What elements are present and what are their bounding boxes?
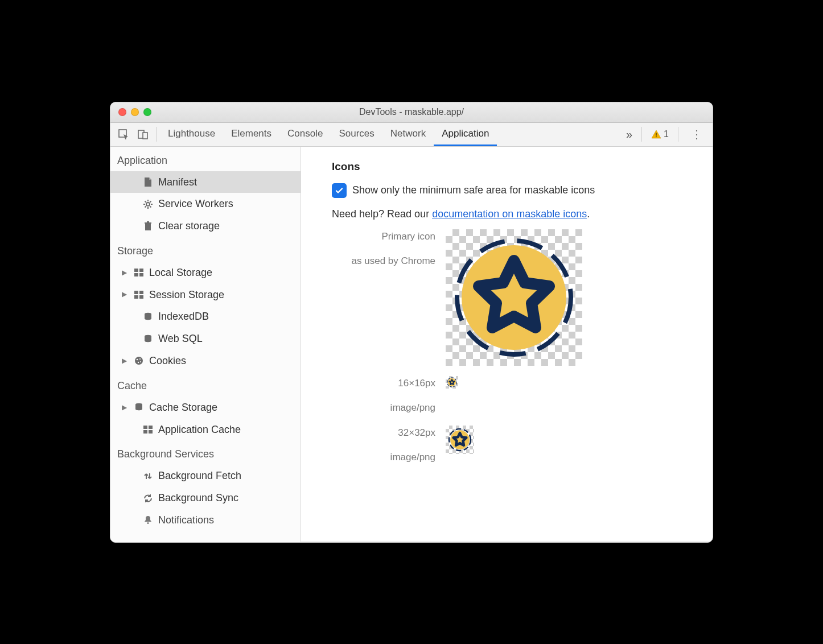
svg-rect-19 (134, 273, 138, 276)
svg-rect-15 (145, 222, 151, 224)
devtools-window: DevTools - maskable.app/ Lighthouse Elem… (110, 102, 713, 543)
tab-sources[interactable]: Sources (331, 123, 382, 146)
sidebar-item-label: Service Workers (158, 196, 233, 212)
svg-line-13 (150, 201, 151, 202)
chevron-right-icon[interactable]: ▶ (122, 356, 129, 366)
sidebar-item-label: Manifest (158, 174, 197, 191)
svg-rect-34 (149, 426, 153, 429)
svg-point-29 (139, 358, 141, 360)
sidebar-item-label: Notifications (158, 512, 214, 529)
svg-rect-17 (134, 269, 138, 272)
sidebar-item-label: Application Cache (158, 422, 241, 438)
sidebar-item-manifest[interactable]: Manifest (110, 171, 301, 193)
gear-icon (142, 199, 154, 209)
svg-point-37 (147, 522, 149, 524)
sidebar-item-cache-storage[interactable]: ▶ Cache Storage (110, 397, 301, 419)
svg-rect-35 (143, 430, 147, 434)
icon-size-label: 16×16px image/png (332, 376, 446, 415)
tab-lighthouse[interactable]: Lighthouse (160, 123, 223, 146)
svg-rect-21 (134, 291, 138, 294)
sidebar-item-clear-storage[interactable]: Clear storage (110, 215, 301, 237)
inspect-element-icon[interactable] (114, 126, 133, 143)
sidebar-item-cookies[interactable]: ▶ Cookies (110, 350, 301, 372)
primary-icon-label: Primary icon as used by Chrome (332, 229, 446, 269)
sidebar-item-web-sql[interactable]: Web SQL (110, 328, 301, 350)
grid-icon (133, 291, 145, 299)
window-title: DevTools - maskable.app/ (110, 107, 713, 117)
tab-application[interactable]: Application (434, 123, 497, 146)
tab-network[interactable]: Network (382, 123, 434, 146)
updown-arrows-icon (142, 471, 154, 481)
sidebar-item-service-workers[interactable]: Service Workers (110, 193, 301, 215)
devtools-tabstrip: Lighthouse Elements Console Sources Netw… (110, 123, 713, 147)
star-icon (448, 428, 472, 452)
sidebar-item-application-cache[interactable]: Application Cache (110, 419, 301, 441)
database-icon (133, 403, 145, 412)
sidebar-section-cache: Cache (110, 372, 301, 397)
svg-rect-14 (145, 224, 151, 230)
icon-preview-32 (446, 426, 474, 454)
sidebar-item-background-fetch[interactable]: Background Fetch (110, 465, 301, 487)
sidebar-item-indexeddb[interactable]: IndexedDB (110, 306, 301, 328)
svg-point-31 (140, 361, 141, 362)
primary-icon-preview (446, 229, 582, 366)
device-toolbar-icon[interactable] (133, 126, 153, 143)
tab-console[interactable]: Console (279, 123, 331, 146)
icon-row-32: 32×32px image/png (332, 426, 701, 465)
bell-icon (142, 515, 154, 525)
svg-line-11 (150, 206, 151, 207)
section-heading: Icons (332, 160, 701, 173)
svg-rect-23 (134, 295, 138, 299)
svg-line-12 (145, 206, 146, 207)
titlebar: DevTools - maskable.app/ (110, 102, 713, 123)
svg-rect-33 (143, 426, 147, 429)
icon-preview-16 (446, 376, 458, 389)
sync-icon (142, 493, 154, 503)
close-window-button[interactable] (118, 108, 126, 116)
minimize-window-button[interactable] (131, 108, 139, 116)
icon-row-16: 16×16px image/png (332, 376, 701, 415)
zoom-window-button[interactable] (143, 108, 151, 116)
application-sidebar[interactable]: Application Manifest Service Workers (110, 147, 301, 542)
chevron-right-icon[interactable]: ▶ (122, 402, 129, 413)
svg-point-28 (137, 359, 138, 361)
sidebar-item-label: Web SQL (158, 331, 203, 347)
warnings-indicator[interactable]: 1 (651, 129, 669, 139)
svg-line-10 (145, 201, 146, 202)
tabs-overflow-button[interactable]: » (626, 128, 632, 141)
sidebar-item-local-storage[interactable]: ▶ Local Storage (110, 262, 301, 284)
sidebar-item-label: IndexedDB (158, 308, 209, 325)
svg-rect-24 (139, 295, 143, 299)
sidebar-item-background-sync[interactable]: Background Sync (110, 487, 301, 509)
manifest-icons-panel: Icons Show only the minimum safe area fo… (301, 147, 713, 542)
sidebar-item-label: Clear storage (158, 218, 220, 234)
sidebar-item-notifications[interactable]: Notifications (110, 509, 301, 531)
sidebar-section-application: Application (110, 147, 301, 171)
documentation-link[interactable]: documentation on maskable icons (432, 208, 587, 220)
database-icon (142, 335, 154, 344)
chevron-right-icon[interactable]: ▶ (122, 289, 129, 300)
sidebar-item-label: Background Fetch (158, 468, 241, 484)
sidebar-item-label: Session Storage (149, 287, 224, 303)
sidebar-item-label: Cookies (149, 353, 186, 369)
warning-count: 1 (664, 129, 669, 139)
tab-elements[interactable]: Elements (223, 123, 279, 146)
svg-rect-22 (139, 291, 143, 294)
star-icon (447, 377, 457, 387)
toolbar-separator (678, 127, 678, 142)
chevron-right-icon[interactable]: ▶ (122, 267, 129, 278)
grid-icon (133, 269, 145, 276)
svg-rect-2 (143, 133, 147, 139)
primary-icon-row: Primary icon as used by Chrome (332, 229, 701, 366)
sidebar-section-storage: Storage (110, 237, 301, 262)
file-icon (142, 177, 154, 187)
svg-point-27 (135, 357, 143, 365)
settings-menu-button[interactable]: ⋮ (688, 127, 706, 141)
svg-rect-16 (147, 221, 149, 222)
sidebar-item-session-storage[interactable]: ▶ Session Storage (110, 284, 301, 306)
sidebar-section-background-services: Background Services (110, 440, 301, 465)
safe-area-checkbox[interactable] (332, 183, 347, 198)
sidebar-item-label: Background Sync (158, 490, 238, 506)
safe-area-option[interactable]: Show only the minimum safe area for mask… (332, 183, 701, 198)
checkbox-label: Show only the minimum safe area for mask… (352, 184, 595, 196)
